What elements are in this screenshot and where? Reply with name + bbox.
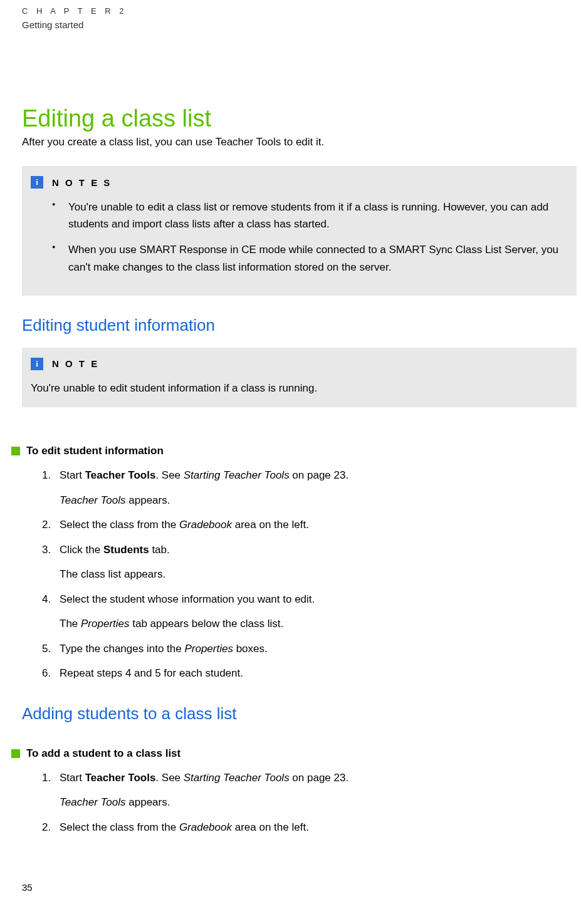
section-heading-adding-students: Adding students to a class list bbox=[22, 704, 581, 724]
step-text: on page 23. bbox=[290, 469, 349, 481]
procedure-heading: To edit student information bbox=[26, 445, 164, 457]
step-item: 5. Type the changes into the Properties … bbox=[48, 641, 581, 657]
page-title: Editing a class list bbox=[22, 105, 581, 132]
step-text: boxes. bbox=[233, 643, 268, 655]
step-text-italic: Starting Teacher Tools bbox=[184, 469, 290, 481]
step-text: area on the left. bbox=[232, 519, 309, 531]
notes-header: i N O T E S bbox=[31, 176, 568, 189]
step-result-italic: Teacher Tools bbox=[60, 494, 126, 506]
step-text: Start bbox=[60, 772, 85, 784]
step-result: Teacher Tools appears. bbox=[60, 794, 581, 811]
step-text: Start bbox=[60, 469, 85, 481]
step-text: Select the student whose information you… bbox=[60, 593, 315, 605]
step-result-italic: Teacher Tools bbox=[60, 796, 126, 808]
procedure-heading-row: To add a student to a class list bbox=[11, 747, 581, 760]
procedure-heading-row: To edit student information bbox=[11, 445, 581, 457]
step-text-bold: Teacher Tools bbox=[85, 469, 156, 481]
step-number: 2. bbox=[42, 517, 51, 533]
step-text-bold: Teacher Tools bbox=[85, 772, 156, 784]
step-item: 4. Select the student whose information … bbox=[48, 591, 581, 632]
step-number: 3. bbox=[42, 542, 51, 558]
step-item: 2. Select the class from the Gradebook a… bbox=[48, 819, 581, 836]
note-callout: i N O T E You're unable to edit student … bbox=[22, 348, 577, 408]
step-text: . See bbox=[155, 469, 183, 481]
procedure-heading: To add a student to a class list bbox=[26, 747, 181, 760]
step-text: Select the class from the bbox=[60, 519, 179, 531]
step-result-text: appears. bbox=[126, 494, 170, 506]
section-heading-editing-student-info: Editing student information bbox=[22, 316, 581, 335]
step-result-text: appears. bbox=[126, 796, 170, 808]
step-result: The class list appears. bbox=[60, 566, 581, 583]
notes-callout: i N O T E S You're unable to edit a clas… bbox=[22, 166, 577, 296]
note-item: You're unable to edit a class list or re… bbox=[57, 199, 568, 232]
note-item: When you use SMART Response in CE mode w… bbox=[57, 241, 568, 275]
step-item: 3. Click the Students tab. The class lis… bbox=[48, 542, 581, 583]
step-item: 6. Repeat steps 4 and 5 for each student… bbox=[48, 665, 581, 682]
step-text-italic: Gradebook bbox=[179, 821, 232, 833]
step-text: area on the left. bbox=[232, 821, 309, 833]
notes-title: N O T E S bbox=[52, 177, 112, 188]
step-text-italic: Gradebook bbox=[179, 519, 232, 531]
info-icon: i bbox=[31, 176, 43, 189]
step-text-italic: Properties bbox=[184, 643, 233, 655]
step-result-text: The bbox=[60, 618, 81, 630]
step-item: 2. Select the class from the Gradebook a… bbox=[48, 517, 581, 533]
step-result: Teacher Tools appears. bbox=[60, 492, 581, 509]
step-number: 5. bbox=[42, 641, 51, 657]
step-text-bold: Students bbox=[103, 544, 149, 556]
note-header: i N O T E bbox=[31, 358, 568, 370]
step-text: . See bbox=[155, 772, 183, 784]
step-item: 1. Start Teacher Tools. See Starting Tea… bbox=[48, 770, 581, 811]
step-text: tab. bbox=[149, 544, 170, 556]
step-number: 2. bbox=[42, 819, 51, 836]
step-number: 6. bbox=[42, 665, 51, 682]
step-item: 1. Start Teacher Tools. See Starting Tea… bbox=[48, 467, 581, 508]
notes-list: You're unable to edit a class list or re… bbox=[31, 199, 568, 276]
step-number: 4. bbox=[42, 591, 51, 608]
procedure-marker-icon bbox=[11, 447, 20, 455]
info-icon: i bbox=[31, 358, 43, 370]
step-text: Type the changes into the bbox=[60, 643, 184, 655]
step-text: Click the bbox=[60, 544, 103, 556]
procedure-marker-icon bbox=[11, 749, 20, 758]
step-text: Repeat steps 4 and 5 for each student. bbox=[60, 667, 243, 679]
chapter-subtitle: Getting started bbox=[22, 19, 581, 30]
step-text: Select the class from the bbox=[60, 821, 179, 833]
step-text-italic: Starting Teacher Tools bbox=[184, 772, 290, 784]
step-number: 1. bbox=[42, 770, 51, 786]
note-title: N O T E bbox=[52, 358, 99, 369]
step-result: The Properties tab appears below the cla… bbox=[60, 616, 581, 632]
page-number: 35 bbox=[22, 882, 33, 893]
chapter-label: C H A P T E R 2 bbox=[22, 6, 581, 16]
step-result-text: tab appears below the class list. bbox=[130, 618, 284, 630]
procedure-steps: 1. Start Teacher Tools. See Starting Tea… bbox=[22, 467, 581, 682]
step-number: 1. bbox=[42, 467, 51, 484]
intro-paragraph: After you create a class list, you can u… bbox=[22, 136, 581, 148]
procedure-steps: 1. Start Teacher Tools. See Starting Tea… bbox=[22, 770, 581, 836]
step-result-italic: Properties bbox=[81, 618, 129, 630]
step-text: on page 23. bbox=[290, 772, 349, 784]
note-text: You're unable to edit student informatio… bbox=[31, 380, 568, 397]
